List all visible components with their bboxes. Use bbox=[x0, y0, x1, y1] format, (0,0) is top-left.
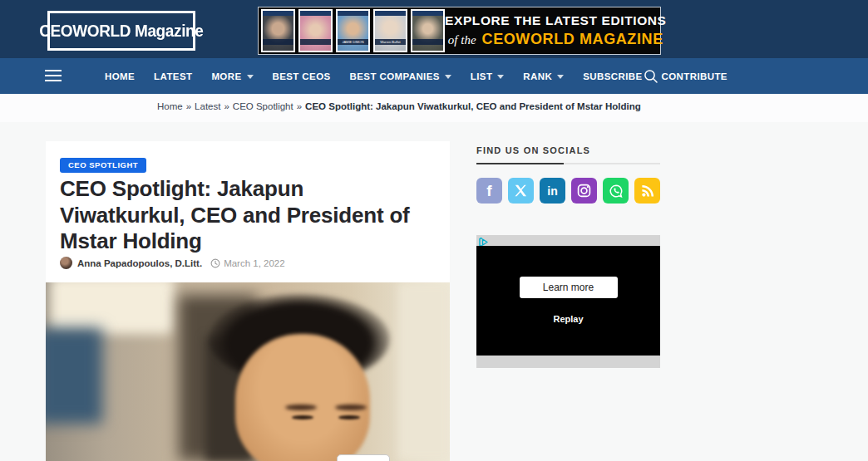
magazine-promo-banner[interactable]: JAMIE DIMON Warren Buffet EXPLORE THE LA… bbox=[258, 7, 661, 55]
article-card: CEO SPOTLIGHT CEO Spotlight: Jakapun Viw… bbox=[46, 141, 450, 461]
banner-headline: EXPLORE THE LATEST EDITIONS bbox=[445, 13, 667, 28]
chevron-down-icon bbox=[497, 75, 504, 79]
nav-item-label: BEST CEOS bbox=[273, 71, 331, 81]
linkedin-icon[interactable]: in bbox=[540, 178, 565, 204]
cover-caption bbox=[412, 39, 443, 45]
nav-item-label: SUBSCRIBE bbox=[583, 71, 642, 81]
photo-subject-eyebrow bbox=[285, 405, 317, 410]
ad-container: Learn more Replay bbox=[476, 235, 660, 368]
site-header: CEOWORLD Magazine JAMIE DIMON Warren Buf… bbox=[0, 0, 868, 58]
clock-icon bbox=[210, 258, 220, 268]
socials-heading: FIND US ON SOCIALS bbox=[476, 141, 660, 155]
site-logo[interactable]: CEOWORLD Magazine bbox=[47, 11, 195, 51]
author-name[interactable]: Anna Papadopoulos, D.Litt. bbox=[77, 258, 202, 268]
photo-column-blur bbox=[398, 282, 450, 461]
photo-subject-eyebrow bbox=[335, 405, 367, 410]
cover-caption bbox=[263, 39, 293, 45]
author-avatar[interactable] bbox=[60, 257, 72, 269]
nav-item-rank[interactable]: RANK bbox=[523, 71, 564, 81]
cover-masthead bbox=[338, 11, 368, 16]
nav-item-more[interactable]: MORE bbox=[211, 71, 253, 81]
facebook-icon[interactable]: f bbox=[476, 178, 502, 204]
nav-item-best-ceos[interactable]: BEST CEOS bbox=[273, 71, 331, 81]
magazine-cover: JAMIE DIMON bbox=[336, 9, 370, 52]
chevron-down-icon bbox=[247, 75, 254, 79]
heading-rule-accent bbox=[476, 163, 564, 164]
photo-subject-face bbox=[235, 334, 370, 461]
magazine-cover: Warren Buffet bbox=[373, 9, 407, 52]
magazine-cover bbox=[261, 9, 295, 52]
nav-item-latest[interactable]: LATEST bbox=[154, 71, 192, 81]
breadcrumb-bar: Home»Latest»CEO Spotlight»CEO Spotlight:… bbox=[0, 94, 868, 122]
nav-item-best-companies[interactable]: BEST COMPANIES bbox=[350, 71, 451, 81]
banner-brand-text: CEOWORLD MAGAZINE bbox=[482, 31, 663, 48]
sidebar: FIND US ON SOCIALS f in bbox=[476, 141, 660, 204]
search-icon[interactable] bbox=[643, 68, 659, 85]
chevron-down-icon bbox=[445, 75, 451, 79]
ad-replay-button[interactable]: Replay bbox=[476, 314, 660, 324]
photo-subject-eye bbox=[338, 415, 360, 419]
ad-video-player[interactable]: Learn more Replay bbox=[476, 246, 660, 356]
hamburger-bar bbox=[45, 75, 62, 76]
nav-menu: HOME LATEST MORE BEST CEOS BEST COMPANIE… bbox=[105, 58, 727, 94]
nav-item-label: HOME bbox=[105, 71, 135, 81]
breadcrumb-latest[interactable]: Latest bbox=[195, 101, 220, 111]
hamburger-bar bbox=[45, 80, 62, 81]
heading-rule bbox=[476, 163, 660, 164]
cover-masthead bbox=[412, 11, 443, 16]
banner-script-text: of the bbox=[448, 33, 476, 47]
hamburger-menu-icon[interactable] bbox=[45, 70, 62, 85]
rss-icon[interactable] bbox=[634, 178, 660, 204]
breadcrumb: Home»Latest»CEO Spotlight»CEO Spotlight:… bbox=[157, 101, 641, 111]
nav-item-label: LATEST bbox=[154, 71, 192, 81]
ad-learn-more-button[interactable]: Learn more bbox=[520, 277, 618, 298]
article-byline: Anna Papadopoulos, D.Litt. March 1, 2022 bbox=[60, 257, 285, 269]
breadcrumb-home[interactable]: Home bbox=[157, 101, 183, 111]
cover-masthead bbox=[263, 11, 293, 16]
whatsapp-icon[interactable] bbox=[603, 178, 629, 204]
article-title: CEO Spotlight: Jakapun Viwatkurkul, CEO … bbox=[60, 176, 421, 255]
site-logo-text: CEOWORLD Magazine bbox=[39, 22, 203, 41]
banner-text: EXPLORE THE LATEST EDITIONS of the CEOWO… bbox=[445, 13, 670, 48]
nav-item-home[interactable]: HOME bbox=[105, 71, 135, 81]
magazine-covers: JAMIE DIMON Warren Buffet bbox=[259, 9, 445, 52]
cover-caption: Warren Buffet bbox=[375, 39, 406, 45]
chevron-down-icon bbox=[557, 75, 564, 79]
cover-caption bbox=[300, 39, 331, 45]
instagram-icon[interactable] bbox=[571, 178, 597, 204]
publish-date-wrap: March 1, 2022 bbox=[210, 258, 285, 268]
cover-caption: JAMIE DIMON bbox=[338, 39, 368, 45]
breadcrumb-separator: » bbox=[224, 101, 229, 111]
nav-item-contribute[interactable]: CONTRIBUTE bbox=[662, 71, 727, 81]
nav-item-label: MORE bbox=[211, 71, 241, 81]
social-buttons: f in bbox=[476, 178, 660, 204]
main-nav: HOME LATEST MORE BEST CEOS BEST COMPANIE… bbox=[0, 58, 868, 94]
breadcrumb-category[interactable]: CEO Spotlight bbox=[233, 101, 293, 111]
breadcrumb-separator: » bbox=[297, 101, 302, 111]
nav-item-label: BEST COMPANIES bbox=[350, 71, 440, 81]
publish-date: March 1, 2022 bbox=[224, 258, 285, 268]
cover-masthead bbox=[375, 11, 406, 16]
breadcrumb-current: CEO Spotlight: Jakapun Viwatkurkul, CEO … bbox=[305, 101, 641, 111]
banner-subline: of the CEOWORLD MAGAZINE bbox=[448, 31, 663, 48]
nav-item-subscribe[interactable]: SUBSCRIBE bbox=[583, 71, 642, 81]
cover-masthead bbox=[300, 11, 331, 16]
article-photo bbox=[46, 282, 450, 461]
photo-lamp-blur bbox=[50, 282, 175, 334]
nav-item-label: CONTRIBUTE bbox=[662, 71, 727, 81]
magazine-cover bbox=[298, 9, 333, 52]
nav-item-label: RANK bbox=[523, 71, 552, 81]
magazine-cover bbox=[411, 9, 445, 52]
category-badge[interactable]: CEO SPOTLIGHT bbox=[60, 158, 146, 173]
photo-tooltip-fragment bbox=[337, 454, 390, 461]
hamburger-bar bbox=[45, 70, 62, 71]
photo-window-blur bbox=[46, 328, 102, 424]
nav-item-label: LIST bbox=[471, 71, 493, 81]
photo-subject-eye bbox=[292, 415, 313, 419]
x-twitter-icon[interactable] bbox=[508, 178, 534, 204]
breadcrumb-separator: » bbox=[186, 101, 191, 111]
nav-item-list[interactable]: LIST bbox=[471, 71, 505, 81]
